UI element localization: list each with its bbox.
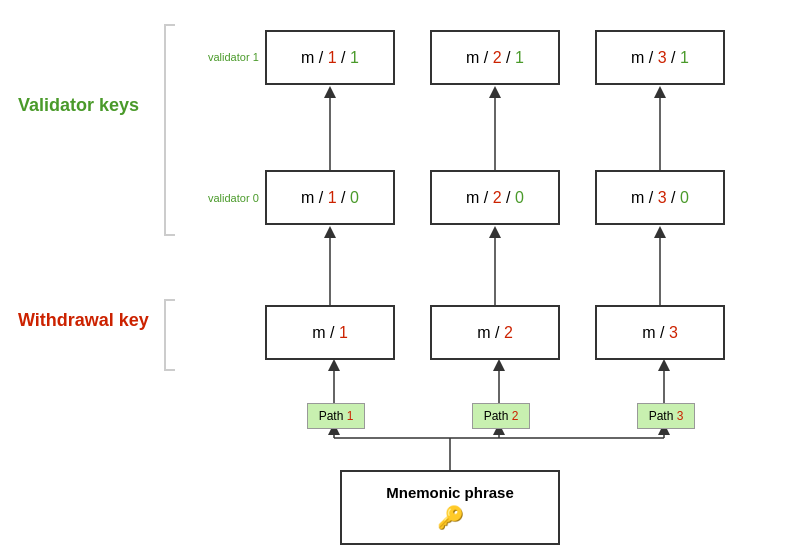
path2-label: Path 2 xyxy=(484,409,519,423)
withdrawal-key-label: Withdrawal key xyxy=(18,310,149,331)
validator0-col2-box: m / 2 / 0 xyxy=(430,170,560,225)
key-icon: 🔑 xyxy=(437,505,464,531)
box-text: m / 2 xyxy=(477,324,513,342)
box-text: m / 1 xyxy=(312,324,348,342)
box-text: m / 3 / 0 xyxy=(631,189,689,207)
withdrawal-col2-box: m / 2 xyxy=(430,305,560,360)
box-text: m / 3 / 1 xyxy=(631,49,689,67)
mnemonic-label: Mnemonic phrase xyxy=(386,484,514,501)
withdrawal-col1-box: m / 1 xyxy=(265,305,395,360)
validator-keys-label: Validator keys xyxy=(18,95,139,116)
validator1-col2-box: m / 2 / 1 xyxy=(430,30,560,85)
validator0-col3-box: m / 3 / 0 xyxy=(595,170,725,225)
path3-label: Path 3 xyxy=(649,409,684,423)
mnemonic-box: Mnemonic phrase 🔑 xyxy=(340,470,560,545)
box-text: m / 1 / 1 xyxy=(301,49,359,67)
diagram: Validator keys Withdrawal key validator … xyxy=(0,0,810,557)
box-text: m / 2 / 0 xyxy=(466,189,524,207)
path1-label: Path 1 xyxy=(319,409,354,423)
path2-badge: Path 2 xyxy=(472,403,530,429)
validator1-col3-box: m / 3 / 1 xyxy=(595,30,725,85)
validator1-label: validator 1 xyxy=(208,51,259,63)
validator0-col1-box: m / 1 / 0 xyxy=(265,170,395,225)
box-text: m / 1 / 0 xyxy=(301,189,359,207)
validator1-col1-box: m / 1 / 1 xyxy=(265,30,395,85)
box-text: m / 2 / 1 xyxy=(466,49,524,67)
withdrawal-col3-box: m / 3 xyxy=(595,305,725,360)
validator0-label: validator 0 xyxy=(208,192,259,204)
path3-badge: Path 3 xyxy=(637,403,695,429)
box-text: m / 3 xyxy=(642,324,678,342)
path1-badge: Path 1 xyxy=(307,403,365,429)
